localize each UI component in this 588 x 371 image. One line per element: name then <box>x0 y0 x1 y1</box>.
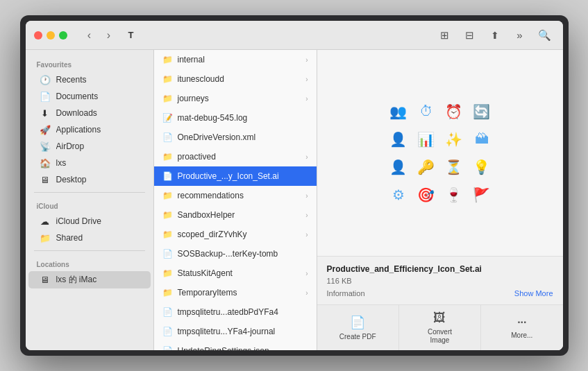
window-wrapper: ‹ › T ⊞ ⊟ ⬆ » <box>20 15 569 356</box>
file-item-sosbackup[interactable]: 📄 SOSBackup-...terKey-tomb <box>154 244 317 264</box>
preview-icon: 🔄 <box>471 101 493 123</box>
file-name: tmpsqlitetru...YFa4-journal <box>178 327 276 336</box>
chevron-right-icon: › <box>305 192 308 200</box>
file-item-internal[interactable]: 📁 internal › <box>154 50 317 69</box>
file-item-tmpsqlite1[interactable]: 📄 tmpsqlitetru...atedbPdYFa4 <box>154 302 317 322</box>
sidebar-item-desktop[interactable]: 🖥 Desktop <box>28 171 151 188</box>
create-pdf-button[interactable]: 📄 Create PDF <box>317 305 399 350</box>
imac-icon: 🖥 <box>40 275 51 286</box>
desktop-icon: 🖥 <box>40 174 51 185</box>
file-name: mat-debug-545.log <box>178 113 248 123</box>
close-button[interactable] <box>34 31 42 40</box>
share-button[interactable]: ⬆ <box>485 26 505 45</box>
file-name: StatusKitAgent <box>178 268 233 278</box>
file-item-journeys[interactable]: 📁 journeys › <box>154 89 317 108</box>
file-name: recommendations <box>178 191 244 200</box>
preview-actions: 📄 Create PDF 🖼 ConvertImage ··· More... <box>317 304 563 350</box>
view-columns-button[interactable]: ⊞ <box>435 26 455 45</box>
folder-icon: 📁 <box>162 268 174 279</box>
sidebar-item-applications[interactable]: 🚀 Applications <box>28 121 151 138</box>
file-item-productive[interactable]: 📄 Productive_...y_Icon_Set.ai <box>154 166 317 186</box>
sidebar-item-label: AirDrop <box>56 141 85 151</box>
convert-image-button[interactable]: 🖼 ConvertImage <box>399 305 481 350</box>
titlebar: ‹ › T ⊞ ⊟ ⬆ » <box>26 21 563 50</box>
preview-icons-grid: 👥 ⏱ ⏰ 🔄 👤 📊 ✨ 🏔 👤 🔑 ⏳ 💡 ⚙ 🎯 <box>387 101 493 206</box>
applications-icon: 🚀 <box>40 124 51 135</box>
file-name: scoped_dirZYvhKy <box>178 230 247 239</box>
file-item-recommendations[interactable]: 📁 recommendations › <box>154 186 317 205</box>
file-doc-icon: 📄 <box>162 326 174 337</box>
file-name: proactived <box>178 152 216 162</box>
file-item-updatering[interactable]: 📄 UpdateRingSettings.json <box>154 341 317 350</box>
sidebar-item-label: iCloud Drive <box>56 216 101 226</box>
sidebar-item-recents[interactable]: 🕐 Recents <box>28 71 151 88</box>
create-pdf-label: Create PDF <box>339 333 376 340</box>
search-icon: 🔍 <box>538 29 551 42</box>
file-doc-icon: 📝 <box>162 112 174 123</box>
chevron-right-icon: › <box>305 76 308 83</box>
file-item-sandboxhelper[interactable]: 📁 SandboxHelper › <box>154 205 317 225</box>
file-name: tmpsqlitetru...atedbPdYFa4 <box>178 307 278 317</box>
chevron-right-icon: › <box>305 231 308 239</box>
folder-icon: 📁 <box>162 93 174 104</box>
sidebar-item-airdrop[interactable]: 📡 AirDrop <box>28 138 151 155</box>
file-item-itunescloudd[interactable]: 📁 itunescloudd › <box>154 69 317 89</box>
sidebar-item-shared[interactable]: 📁 Shared <box>28 230 151 246</box>
chevron-right-icon: › <box>305 56 308 64</box>
minimize-button[interactable] <box>47 31 55 40</box>
chevron-right-icon: › <box>305 289 308 297</box>
sidebar-item-downloads[interactable]: ⬇ Downloads <box>28 105 151 121</box>
traffic-lights <box>34 31 67 40</box>
folder-icon: 📁 <box>162 209 174 221</box>
sidebar-divider-2 <box>34 250 145 251</box>
file-name: itunescloudd <box>178 74 224 84</box>
preview-icon: 🎯 <box>415 184 437 206</box>
file-item-proactived[interactable]: 📁 proactived › <box>154 147 317 166</box>
shared-icon: 📁 <box>40 232 51 243</box>
recents-icon: 🕐 <box>40 74 51 85</box>
file-item-onedriveversion[interactable]: 📄 OneDriveVersion.xml <box>154 128 317 147</box>
sidebar-item-label: lxs <box>56 158 67 168</box>
more-actions-button[interactable]: ··· More... <box>481 305 562 350</box>
sidebar-item-label: lxs 的 iMac <box>56 274 97 286</box>
preview-icon: 👥 <box>387 101 410 123</box>
chevron-right-icon: › <box>305 270 308 277</box>
icloud-header: iCloud <box>26 197 153 213</box>
file-item-tmpsqlite2[interactable]: 📄 tmpsqlitetru...YFa4-journal <box>154 322 317 341</box>
share-icon: ⬆ <box>491 30 499 41</box>
more-icon: » <box>516 29 522 41</box>
sidebar-item-lxs[interactable]: 🏠 lxs <box>28 155 151 171</box>
file-name: TemporaryItems <box>178 288 237 297</box>
chevron-right-icon: › <box>305 153 308 161</box>
folder-icon: 📁 <box>162 229 174 240</box>
sidebar-item-documents[interactable]: 📄 Documents <box>28 88 151 105</box>
preview-icon: 🚩 <box>471 184 493 206</box>
sidebar-item-icloud-drive[interactable]: ☁ iCloud Drive <box>28 213 151 230</box>
maximize-button[interactable] <box>59 31 67 40</box>
chevron-right-icon: › <box>305 95 308 103</box>
preview-icon: 💡 <box>471 156 493 178</box>
file-doc-icon: 📄 <box>162 345 174 350</box>
view-grid-button[interactable]: ⊟ <box>460 26 480 45</box>
preview-icon: 👤 <box>387 128 410 150</box>
file-doc-icon: 📄 <box>162 132 174 143</box>
folder-icon: 📁 <box>162 54 174 65</box>
preview-info-row: Information Show More <box>327 289 553 297</box>
forward-button[interactable]: › <box>101 27 117 44</box>
file-name: UpdateRingSettings.json <box>178 346 269 350</box>
back-button[interactable]: ‹ <box>81 27 98 44</box>
sidebar-item-imac[interactable]: 🖥 lxs 的 iMac <box>28 271 151 288</box>
folder-icon: 📁 <box>162 287 174 298</box>
search-button[interactable]: 🔍 <box>535 26 555 45</box>
file-item-scoped-dir[interactable]: 📁 scoped_dirZYvhKy › <box>154 225 317 244</box>
more-actions-icon: ··· <box>517 316 526 329</box>
more-button[interactable]: » <box>510 26 530 45</box>
file-item-mat-debug[interactable]: 📝 mat-debug-545.log <box>154 108 317 128</box>
chevron-right-icon: › <box>305 212 308 219</box>
sidebar-item-label: Shared <box>56 233 83 243</box>
titlebar-nav: ‹ › <box>81 27 117 44</box>
file-item-statuskitagent[interactable]: 📁 StatusKitAgent › <box>154 264 317 283</box>
preview-icon: 👤 <box>387 156 410 178</box>
show-more-button[interactable]: Show More <box>514 289 553 297</box>
file-item-temporaryitems[interactable]: 📁 TemporaryItems › <box>154 283 317 302</box>
